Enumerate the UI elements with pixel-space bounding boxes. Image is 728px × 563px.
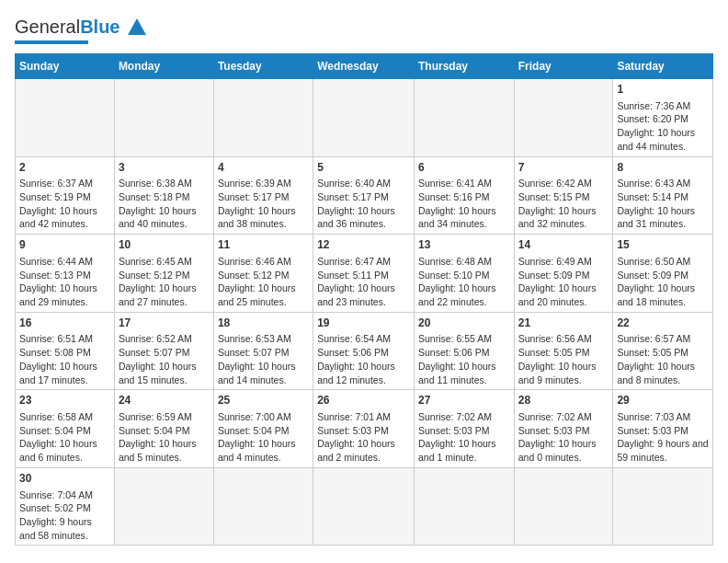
daylight-label: Daylight: 10 hours and 4 minutes. (218, 438, 296, 463)
calendar-cell: 9Sunrise: 6:44 AMSunset: 5:13 PMDaylight… (16, 235, 115, 313)
calendar-cell: 25Sunrise: 7:00 AMSunset: 5:04 PMDayligh… (213, 390, 313, 468)
sunset-label: Sunset: 5:04 PM (19, 425, 91, 436)
calendar-cell: 2Sunrise: 6:37 AMSunset: 5:19 PMDaylight… (16, 156, 115, 235)
calendar-cell: 20Sunrise: 6:55 AMSunset: 5:06 PMDayligh… (414, 312, 514, 390)
day-number: 3 (119, 160, 210, 176)
day-number: 22 (617, 316, 709, 331)
sunset-label: Sunset: 5:06 PM (317, 347, 389, 358)
calendar-cell: 23Sunrise: 6:58 AMSunset: 5:04 PMDayligh… (16, 390, 115, 468)
sunset-label: Sunset: 5:03 PM (418, 425, 490, 436)
day-header-wednesday: Wednesday (313, 54, 415, 79)
sunset-label: Sunset: 6:20 PM (617, 113, 688, 124)
day-number: 13 (418, 237, 510, 253)
daylight-label: Daylight: 10 hours and 22 minutes. (418, 282, 496, 307)
day-number: 4 (218, 160, 309, 176)
day-header-thursday: Thursday (414, 54, 514, 79)
calendar-cell (514, 467, 613, 546)
sunset-label: Sunset: 5:04 PM (218, 425, 290, 436)
sunrise-label: Sunrise: 6:42 AM (518, 178, 592, 189)
calendar-cell: 16Sunrise: 6:51 AMSunset: 5:08 PMDayligh… (16, 312, 115, 390)
calendar-cell: 13Sunrise: 6:48 AMSunset: 5:10 PMDayligh… (414, 235, 514, 313)
calendar-week-4: 16Sunrise: 6:51 AMSunset: 5:08 PMDayligh… (16, 312, 713, 390)
calendar-header: SundayMondayTuesdayWednesdayThursdayFrid… (16, 54, 713, 79)
day-number: 24 (119, 393, 210, 408)
sunset-label: Sunset: 5:03 PM (317, 425, 389, 436)
calendar-cell (313, 467, 415, 546)
calendar-week-3: 9Sunrise: 6:44 AMSunset: 5:13 PMDaylight… (16, 235, 713, 313)
sunrise-label: Sunrise: 6:47 AM (317, 256, 391, 267)
calendar-cell: 19Sunrise: 6:54 AMSunset: 5:06 PMDayligh… (313, 312, 415, 390)
sunrise-label: Sunrise: 7:01 AM (317, 411, 391, 422)
logo-icon (124, 13, 150, 39)
sunrise-label: Sunrise: 6:41 AM (418, 178, 492, 189)
day-number: 27 (418, 393, 510, 408)
calendar-cell: 8Sunrise: 6:43 AMSunset: 5:14 PMDaylight… (613, 156, 713, 235)
day-number: 1 (617, 82, 709, 98)
sunrise-label: Sunrise: 6:40 AM (317, 178, 391, 189)
day-number: 21 (518, 316, 609, 331)
calendar-week-2: 2Sunrise: 6:37 AMSunset: 5:19 PMDaylight… (16, 156, 713, 235)
calendar-cell: 11Sunrise: 6:46 AMSunset: 5:12 PMDayligh… (213, 235, 313, 313)
calendar-cell: 1Sunrise: 7:36 AMSunset: 6:20 PMDaylight… (613, 79, 713, 157)
calendar-cell (16, 79, 115, 157)
calendar-cell: 5Sunrise: 6:40 AMSunset: 5:17 PMDaylight… (313, 156, 415, 235)
day-number: 15 (617, 237, 709, 253)
daylight-label: Daylight: 10 hours and 2 minutes. (317, 438, 395, 463)
day-number: 11 (218, 237, 309, 253)
day-number: 26 (317, 393, 410, 408)
sunrise-label: Sunrise: 6:53 AM (218, 333, 291, 344)
day-number: 7 (518, 160, 609, 176)
daylight-label: Daylight: 10 hours and 12 minutes. (317, 361, 395, 385)
day-number: 12 (317, 237, 410, 253)
calendar-cell: 21Sunrise: 6:56 AMSunset: 5:05 PMDayligh… (514, 312, 613, 390)
calendar-cell (213, 79, 313, 157)
daylight-label: Daylight: 10 hours and 11 minutes. (418, 361, 496, 385)
calendar-cell (313, 79, 415, 157)
day-header-tuesday: Tuesday (213, 54, 313, 79)
logo-text: GeneralBlue (15, 17, 120, 38)
sunrise-label: Sunrise: 6:49 AM (518, 256, 592, 267)
daylight-label: Daylight: 10 hours and 18 minutes. (617, 282, 695, 307)
calendar-cell: 12Sunrise: 6:47 AMSunset: 5:11 PMDayligh… (313, 235, 415, 313)
sunset-label: Sunset: 5:08 PM (19, 347, 91, 358)
daylight-label: Daylight: 10 hours and 32 minutes. (518, 205, 597, 230)
sunset-label: Sunset: 5:11 PM (317, 270, 389, 281)
daylight-label: Daylight: 10 hours and 8 minutes. (617, 361, 695, 385)
day-number: 18 (218, 316, 309, 331)
calendar-cell (613, 467, 713, 546)
sunrise-label: Sunrise: 6:46 AM (218, 256, 291, 267)
calendar-cell (414, 79, 514, 157)
day-header-monday: Monday (114, 54, 213, 79)
sunset-label: Sunset: 5:04 PM (119, 425, 190, 436)
logo: GeneralBlue (15, 15, 150, 44)
day-number: 10 (119, 237, 210, 253)
sunrise-label: Sunrise: 6:38 AM (119, 178, 192, 189)
sunset-label: Sunset: 5:03 PM (617, 425, 688, 436)
sunrise-label: Sunrise: 6:58 AM (19, 411, 93, 422)
calendar-cell: 22Sunrise: 6:57 AMSunset: 5:05 PMDayligh… (613, 312, 713, 390)
day-number: 2 (19, 160, 110, 176)
sunrise-label: Sunrise: 7:02 AM (518, 411, 592, 422)
daylight-label: Daylight: 10 hours and 44 minutes. (617, 127, 695, 152)
sunset-label: Sunset: 5:09 PM (617, 270, 688, 281)
daylight-label: Daylight: 10 hours and 29 minutes. (19, 282, 97, 307)
calendar-cell: 29Sunrise: 7:03 AMSunset: 5:03 PMDayligh… (613, 390, 713, 468)
calendar-cell: 15Sunrise: 6:50 AMSunset: 5:09 PMDayligh… (613, 235, 713, 313)
daylight-label: Daylight: 10 hours and 0 minutes. (518, 438, 597, 463)
sunset-label: Sunset: 5:05 PM (617, 347, 688, 358)
daylight-label: Daylight: 10 hours and 5 minutes. (119, 438, 197, 463)
sunrise-label: Sunrise: 6:39 AM (218, 178, 291, 189)
day-number: 29 (617, 393, 709, 408)
day-number: 8 (617, 160, 709, 176)
sunset-label: Sunset: 5:06 PM (418, 347, 490, 358)
calendar-week-6: 30Sunrise: 7:04 AMSunset: 5:02 PMDayligh… (16, 467, 713, 546)
sunset-label: Sunset: 5:02 PM (19, 502, 91, 513)
sunset-label: Sunset: 5:13 PM (19, 270, 91, 281)
sunrise-label: Sunrise: 6:45 AM (119, 256, 192, 267)
day-number: 30 (19, 471, 110, 487)
daylight-label: Daylight: 9 hours and 59 minutes. (617, 438, 708, 463)
sunrise-label: Sunrise: 6:52 AM (119, 333, 192, 344)
sunset-label: Sunset: 5:17 PM (218, 191, 290, 202)
calendar-cell: 7Sunrise: 6:42 AMSunset: 5:15 PMDaylight… (514, 156, 613, 235)
daylight-label: Daylight: 10 hours and 34 minutes. (418, 205, 496, 230)
